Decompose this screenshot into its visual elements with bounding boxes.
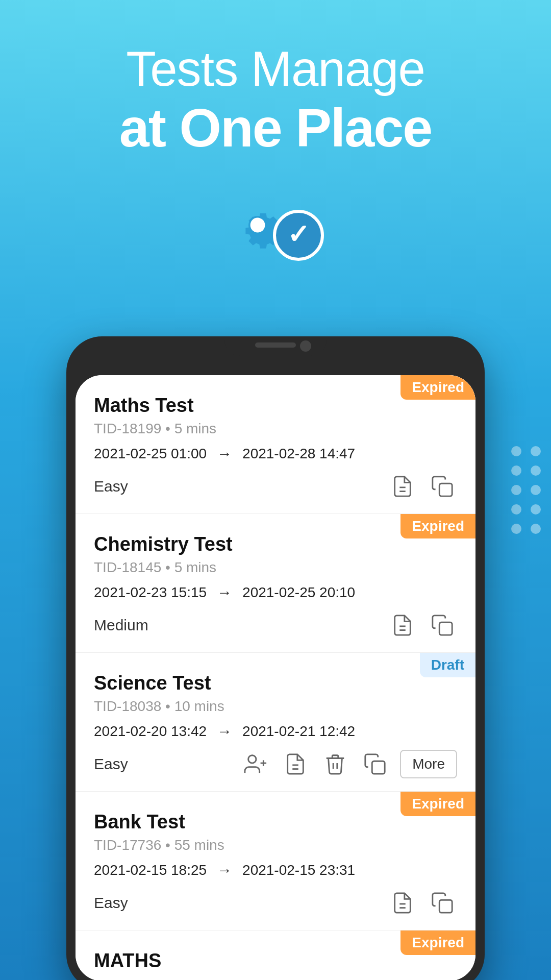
test-footer-3: Easy	[94, 749, 457, 779]
pdf-icon-2[interactable]	[388, 610, 417, 640]
arrow-icon-4: →	[217, 862, 232, 879]
action-icons-3: More	[241, 749, 457, 779]
checkmark-icon: ✓	[273, 210, 324, 261]
test-title-3: Science Test	[94, 672, 457, 694]
start-date-4: 2021-02-15 18:25	[94, 862, 207, 878]
start-date-2: 2021-02-23 15:15	[94, 584, 207, 601]
copy-icon-2[interactable]	[428, 610, 457, 640]
svg-rect-3	[439, 483, 452, 496]
arrow-icon-1: →	[217, 445, 232, 462]
arrow-icon-3: →	[217, 723, 232, 740]
end-date-3: 2021-02-21 12:42	[242, 723, 355, 740]
arrow-icon-2: →	[217, 584, 232, 601]
badge-expired-2: Expired	[400, 514, 475, 538]
difficulty-3: Easy	[94, 755, 128, 773]
action-icons-2	[388, 610, 457, 640]
badge-draft-3: Draft	[420, 653, 475, 677]
action-icons-4	[388, 888, 457, 918]
test-list: Expired Maths Test TID-18199 • 5 mins 20…	[76, 375, 475, 980]
test-footer-4: Easy	[94, 888, 457, 918]
badge-expired-5: Expired	[400, 930, 475, 955]
delete-icon-3[interactable]	[320, 749, 350, 779]
dots-decoration	[511, 446, 541, 534]
copy-icon-3[interactable]	[360, 749, 390, 779]
pdf-icon-4[interactable]	[388, 888, 417, 918]
svg-point-7	[248, 755, 256, 763]
test-meta-2: TID-18145 • 5 mins	[94, 559, 457, 576]
test-card-maths: Expired Maths Test TID-18199 • 5 mins 20…	[76, 375, 475, 514]
badge-expired-4: Expired	[400, 792, 475, 816]
end-date-4: 2021-02-15 23:31	[242, 862, 355, 878]
badge-expired-1: Expired	[400, 375, 475, 400]
header-section: Tests Manage at One Place ✓	[0, 0, 551, 261]
copy-icon-1[interactable]	[428, 472, 457, 501]
action-icons-1	[388, 472, 457, 501]
test-dates-3: 2021-02-20 13:42 → 2021-02-21 12:42	[94, 723, 457, 740]
test-card-bank: Expired Bank Test TID-17736 • 55 mins 20…	[76, 792, 475, 930]
test-dates-1: 2021-02-25 01:00 → 2021-02-28 14:47	[94, 445, 457, 462]
test-footer-1: Easy	[94, 472, 457, 501]
phone-frame: Expired Maths Test TID-18199 • 5 mins 20…	[66, 336, 485, 980]
header-line2: at One Place	[0, 97, 551, 159]
add-user-icon-3[interactable]	[241, 749, 270, 779]
test-card-science: Draft Science Test TID-18038 • 10 mins 2…	[76, 653, 475, 792]
difficulty-4: Easy	[94, 894, 128, 912]
svg-point-0	[251, 218, 265, 233]
pdf-icon-3[interactable]	[281, 749, 310, 779]
difficulty-2: Medium	[94, 617, 148, 634]
phone-notch	[76, 346, 475, 371]
test-footer-2: Medium	[94, 610, 457, 640]
end-date-1: 2021-02-28 14:47	[242, 446, 355, 462]
test-dates-2: 2021-02-23 15:15 → 2021-02-25 20:10	[94, 584, 457, 601]
more-button[interactable]: More	[400, 750, 457, 778]
pdf-icon-1[interactable]	[388, 472, 417, 501]
difficulty-1: Easy	[94, 478, 128, 495]
end-date-2: 2021-02-25 20:10	[242, 584, 355, 601]
start-date-3: 2021-02-20 13:42	[94, 723, 207, 740]
start-date-1: 2021-02-25 01:00	[94, 446, 207, 462]
svg-rect-15	[439, 900, 452, 913]
hero-icon-area: ✓	[0, 169, 551, 261]
svg-rect-12	[372, 761, 385, 774]
copy-icon-4[interactable]	[428, 888, 457, 918]
test-card-maths2: Expired MATHS	[76, 930, 475, 980]
header-line1: Tests Manage	[0, 41, 551, 97]
test-meta-3: TID-18038 • 10 mins	[94, 698, 457, 715]
phone-mockup: Expired Maths Test TID-18199 • 5 mins 20…	[66, 336, 485, 980]
svg-rect-6	[439, 622, 452, 635]
test-meta-1: TID-18199 • 5 mins	[94, 421, 457, 437]
test-card-chemistry: Expired Chemistry Test TID-18145 • 5 min…	[76, 514, 475, 653]
test-meta-4: TID-17736 • 55 mins	[94, 837, 457, 853]
test-dates-4: 2021-02-15 18:25 → 2021-02-15 23:31	[94, 862, 457, 879]
phone-screen: Expired Maths Test TID-18199 • 5 mins 20…	[76, 375, 475, 980]
